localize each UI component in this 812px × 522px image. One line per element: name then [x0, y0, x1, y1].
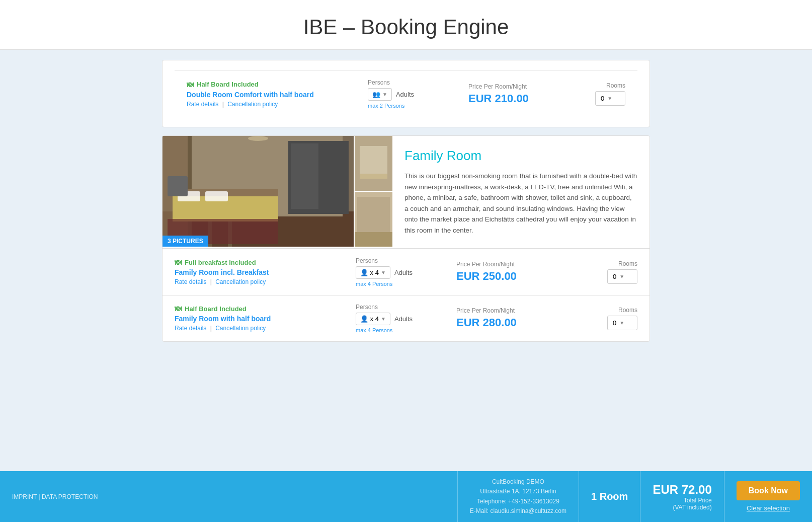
family-room-main-image[interactable]: 3 PICTURES: [163, 136, 354, 247]
family-room-thumbnails: [355, 136, 392, 248]
book-now-button[interactable]: Book Now: [737, 481, 800, 500]
family-room-name: Family Room: [404, 148, 637, 164]
family-breakfast-rate-left: 🍽 Full breakfast Included Family Room in…: [175, 258, 356, 285]
family-breakfast-persons-col: Persons 👤 x 4 ▼ Adults max 4 Persons: [356, 257, 456, 287]
svg-rect-22: [355, 232, 392, 247]
family-halfboard-rate-left: 🍽 Half Board Included Family Room with h…: [175, 305, 356, 332]
svg-rect-9: [321, 143, 346, 209]
footer-links: IMPRINT | DATA PROTECTION: [12, 493, 445, 500]
family-breakfast-price-label: Price Per Room/Night: [456, 261, 567, 268]
double-room-price: EUR 210.00: [468, 92, 579, 105]
family-breakfast-cancellation-link[interactable]: Cancellation policy: [215, 278, 266, 285]
double-room-rate-name: Double Room Comfort with half board: [187, 91, 368, 99]
family-room-images: 3 PICTURES: [163, 136, 354, 248]
family-halfboard-rate-links: Rate details | Cancellation policy: [175, 325, 356, 332]
family-breakfast-rooms-dropdown[interactable]: 0 ▼: [607, 269, 637, 284]
double-room-persons-dropdown[interactable]: 👥 ▼: [368, 88, 392, 101]
family-halfboard-price: EUR 280.00: [456, 316, 567, 329]
breakfast-fork-icon: 🍽: [175, 258, 182, 266]
family-breakfast-rate-name: Family Room incl. Breakfast: [175, 268, 356, 276]
clear-selection-button[interactable]: Clear selection: [747, 504, 790, 512]
family-halfboard-adults-label: Adults: [394, 315, 413, 323]
family-breakfast-rooms-value: 0: [613, 273, 616, 280]
footer-total-label: Total Price: [684, 497, 712, 504]
family-room-top: 3 PICTURES Family Room This is our big: [163, 136, 649, 248]
footer-total-price: EUR 72.00: [653, 483, 711, 497]
double-room-persons-icon: 👥: [372, 91, 380, 98]
family-room-image-svg: [163, 136, 354, 247]
family-breakfast-rooms-label: Rooms: [567, 260, 637, 267]
family-breakfast-dropdown-arrow: ▼: [381, 270, 386, 275]
double-room-adults-label: Adults: [396, 91, 414, 98]
dropdown-arrow: ▼: [382, 92, 387, 97]
double-room-rooms-col: Rooms 0 ▼: [579, 82, 625, 106]
double-room-max-persons: max 2 Persons: [368, 103, 468, 109]
svg-rect-19: [360, 174, 387, 179]
double-room-rate-row: 🍽 Half Board Included Double Room Comfor…: [175, 70, 637, 117]
family-halfboard-rooms-arrow: ▼: [619, 320, 624, 326]
family-halfboard-persons-dropdown[interactable]: 👤 x 4 ▼: [356, 313, 390, 325]
family-halfboard-persons-col: Persons 👤 x 4 ▼ Adults max 4 Persons: [356, 304, 456, 333]
double-room-rate-left: 🍽 Half Board Included Double Room Comfor…: [187, 81, 368, 108]
rooms-dropdown-arrow: ▼: [607, 96, 612, 101]
double-room-rooms-dropdown[interactable]: 0 ▼: [595, 91, 625, 106]
double-room-rate-links: Rate details | Cancellation policy: [187, 101, 368, 108]
double-room-persons-col: Persons 👥 ▼ Adults max 2 Persons: [368, 79, 468, 109]
halfboard-fork-icon: 🍽: [175, 305, 182, 313]
family-breakfast-adults-label: Adults: [394, 269, 413, 276]
double-room-board-label: 🍽 Half Board Included: [187, 81, 368, 89]
double-room-persons-label: Persons: [368, 79, 468, 86]
footer-rooms-section: 1 Room: [579, 471, 640, 522]
family-halfboard-rooms-dropdown[interactable]: 0 ▼: [607, 316, 637, 330]
footer: IMPRINT | DATA PROTECTION CultBooking DE…: [0, 471, 812, 522]
family-breakfast-rooms-arrow: ▼: [619, 274, 624, 279]
family-breakfast-price-col: Price Per Room/Night EUR 250.00: [456, 261, 567, 283]
double-room-rate-card: 🍽 Half Board Included Double Room Comfor…: [162, 60, 650, 127]
family-room-thumb-2[interactable]: [355, 192, 392, 247]
svg-rect-21: [357, 197, 390, 232]
family-breakfast-max-persons: max 4 Persons: [356, 281, 456, 287]
pictures-badge[interactable]: 3 PICTURES: [163, 236, 208, 247]
footer-center: CultBooking DEMO Ultrastraße 1A, 12173 B…: [457, 471, 579, 522]
family-halfboard-cancellation-link[interactable]: Cancellation policy: [215, 325, 266, 332]
family-breakfast-rate-details-link[interactable]: Rate details: [175, 278, 206, 285]
family-halfboard-price-label: Price Per Room/Night: [456, 307, 567, 314]
double-room-price-col: Price Per Room/Night EUR 210.00: [468, 83, 579, 105]
family-halfboard-price-col: Price Per Room/Night EUR 280.00: [456, 307, 567, 329]
family-halfboard-persons-label: Persons: [356, 304, 456, 311]
family-room-desc-text: This is our biggest non-smoking room tha…: [404, 171, 637, 236]
family-halfboard-rate-details-link[interactable]: Rate details: [175, 325, 206, 332]
family-breakfast-persons-label: Persons: [356, 257, 456, 264]
double-room-rate-details-link[interactable]: Rate details: [187, 101, 218, 108]
svg-rect-18: [360, 146, 387, 176]
family-breakfast-persons-dropdown[interactable]: 👤 x 4 ▼: [356, 266, 390, 279]
family-room-description: Family Room This is our biggest non-smok…: [392, 136, 649, 248]
svg-rect-8: [291, 143, 318, 209]
main-content: 🍽 Half Board Included Double Room Comfor…: [154, 50, 658, 392]
fork-icon: 🍽: [187, 81, 194, 89]
svg-rect-15: [168, 176, 188, 196]
footer-vat-label: (VAT included): [673, 504, 711, 511]
double-room-rooms-value: 0: [601, 95, 604, 102]
footer-price-section: EUR 72.00 Total Price (VAT included): [640, 471, 724, 522]
family-halfboard-persons-icon: 👤 x 4: [360, 315, 379, 323]
family-room-card: 3 PICTURES Family Room This is our big: [162, 135, 650, 342]
page-header: IBE – Booking Engine: [0, 0, 812, 50]
double-room-cancellation-link[interactable]: Cancellation policy: [227, 101, 278, 108]
svg-point-16: [248, 136, 268, 141]
family-halfboard-rate-row: 🍽 Half Board Included Family Room with h…: [163, 295, 649, 341]
imprint-link[interactable]: IMPRINT: [12, 493, 37, 500]
page-title: IBE – Booking Engine: [0, 15, 812, 39]
footer-actions: Book Now Clear selection: [724, 471, 812, 522]
family-halfboard-dropdown-arrow: ▼: [381, 316, 386, 322]
family-halfboard-rooms-col: Rooms 0 ▼: [567, 307, 637, 330]
family-halfboard-rooms-label: Rooms: [567, 307, 637, 314]
family-breakfast-price: EUR 250.00: [456, 270, 567, 283]
data-protection-link[interactable]: DATA PROTECTION: [42, 493, 98, 500]
double-room-price-label: Price Per Room/Night: [468, 83, 579, 90]
double-room-rooms-label: Rooms: [579, 82, 625, 89]
svg-rect-13: [205, 191, 228, 201]
double-room-persons-selector: 👥 ▼ Adults: [368, 88, 468, 101]
family-room-thumb-1[interactable]: [355, 136, 392, 191]
family-breakfast-rate-row: 🍽 Full breakfast Included Family Room in…: [163, 249, 649, 295]
